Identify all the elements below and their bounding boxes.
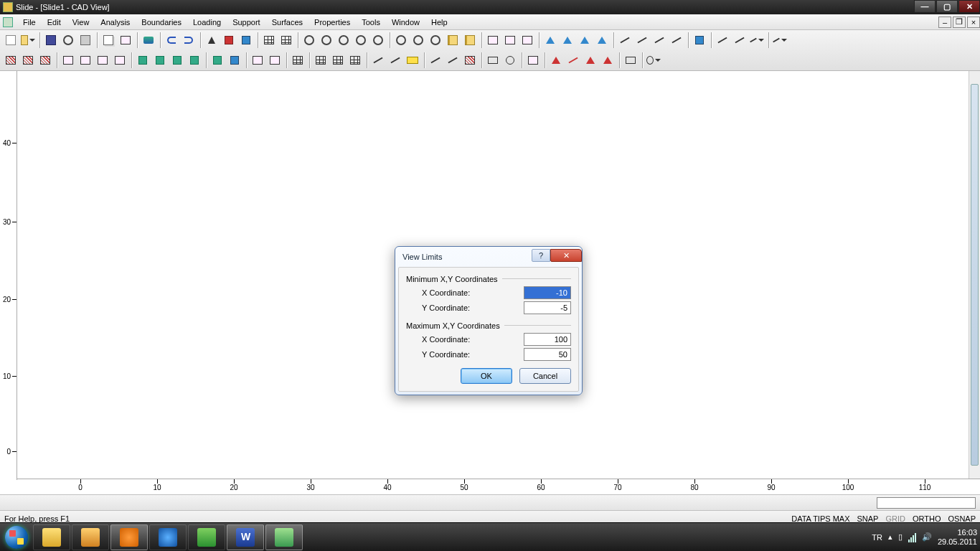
tb-zoom-fit-button[interactable] bbox=[336, 32, 352, 48]
tb2-bound-a-button[interactable] bbox=[3, 52, 19, 68]
status-snap[interactable]: SNAP bbox=[857, 514, 878, 523]
tb-layer-a-button[interactable] bbox=[485, 32, 501, 48]
tb2-runflag-button[interactable] bbox=[209, 52, 225, 68]
tb2-clear-button[interactable] bbox=[646, 52, 661, 68]
tb2-bound-c-button[interactable] bbox=[37, 52, 53, 68]
status-grid[interactable]: GRID bbox=[885, 514, 905, 523]
tb-dim-b-button[interactable] bbox=[634, 32, 650, 48]
tb2-line-a-button[interactable] bbox=[370, 52, 386, 68]
menu-tools[interactable]: Tools bbox=[356, 17, 386, 28]
menu-window[interactable]: Window bbox=[386, 17, 425, 28]
tb2-ang-a-button[interactable] bbox=[548, 52, 564, 68]
task-messenger-button[interactable] bbox=[188, 524, 225, 550]
dialog-help-button[interactable]: ? bbox=[532, 249, 550, 262]
tb-grid-b-button[interactable] bbox=[278, 32, 294, 48]
task-slide-button[interactable] bbox=[265, 524, 303, 550]
tb2-sup-b-button[interactable] bbox=[152, 52, 168, 68]
tb2-sup-d-button[interactable] bbox=[187, 52, 202, 68]
tb-search-button[interactable] bbox=[60, 32, 76, 48]
tb2-sup-a-button[interactable] bbox=[135, 52, 151, 68]
tb2-props-button[interactable] bbox=[290, 52, 306, 68]
tb-pan2-button[interactable] bbox=[462, 32, 478, 48]
tray-network-icon[interactable] bbox=[908, 532, 916, 542]
max-x-input[interactable] bbox=[524, 333, 571, 346]
tb-select-button[interactable] bbox=[204, 32, 220, 48]
tb2-mat-c-button[interactable] bbox=[95, 52, 110, 68]
tb-open-button[interactable] bbox=[20, 32, 36, 48]
task-explorer-button[interactable] bbox=[33, 524, 70, 550]
tb-pick-button[interactable] bbox=[221, 32, 237, 48]
menu-loading[interactable]: Loading bbox=[187, 17, 227, 28]
tb2-ruler-button[interactable] bbox=[405, 52, 420, 68]
tb2-region-button[interactable] bbox=[525, 52, 541, 68]
tb-zoom-y-button[interactable] bbox=[410, 32, 426, 48]
tb-tri-d-button[interactable] bbox=[594, 32, 610, 48]
tray-language[interactable]: TR bbox=[872, 533, 882, 542]
menu-analysis[interactable]: Analysis bbox=[95, 17, 136, 28]
menu-surfaces[interactable]: Surfaces bbox=[266, 17, 308, 28]
tb2-mat-b-button[interactable] bbox=[77, 52, 93, 68]
tb2-draw-b-button[interactable] bbox=[445, 52, 461, 68]
tb-compute-button[interactable] bbox=[238, 32, 254, 48]
tray-clock[interactable]: 16:03 29.05.2011 bbox=[938, 528, 977, 547]
status-ortho[interactable]: ORTHO bbox=[913, 514, 941, 523]
menu-view[interactable]: View bbox=[67, 17, 95, 28]
tb-tri-a-button[interactable] bbox=[542, 32, 558, 48]
min-y-input[interactable] bbox=[524, 301, 571, 314]
tb-grid-a-button[interactable] bbox=[261, 32, 277, 48]
tray-volume-icon[interactable]: 🔊 bbox=[922, 532, 932, 542]
tb2-draw-a-button[interactable] bbox=[428, 52, 443, 68]
tb-meas-a-button[interactable] bbox=[715, 32, 730, 48]
tb-chart-button[interactable] bbox=[692, 32, 707, 48]
task-mediaplayer-button[interactable] bbox=[110, 524, 148, 550]
mdi-restore-button[interactable]: ❐ bbox=[953, 17, 966, 28]
start-button[interactable] bbox=[0, 524, 33, 551]
tb-zoom-in-button[interactable] bbox=[301, 32, 317, 48]
tb-tri-b-button[interactable] bbox=[560, 32, 575, 48]
menu-support[interactable]: Support bbox=[227, 17, 266, 28]
tb2-bound-b-button[interactable] bbox=[20, 52, 36, 68]
task-word-button[interactable] bbox=[227, 524, 264, 550]
tb-pan-button[interactable] bbox=[445, 32, 461, 48]
tb2-tbl-a-button[interactable] bbox=[313, 52, 329, 68]
coordinate-input[interactable] bbox=[877, 497, 976, 509]
menu-boundaries[interactable]: Boundaries bbox=[136, 17, 187, 28]
tb2-axes-button[interactable] bbox=[623, 52, 639, 68]
dialog-close-button[interactable]: ✕ bbox=[550, 249, 582, 262]
task-paint-button[interactable] bbox=[72, 524, 109, 550]
window-maximize-button[interactable]: ▢ bbox=[936, 0, 958, 13]
tb-tri-c-button[interactable] bbox=[577, 32, 593, 48]
tb-dim-a-button[interactable] bbox=[617, 32, 633, 48]
mdi-close-button[interactable]: × bbox=[967, 17, 980, 28]
task-ie-button[interactable] bbox=[149, 524, 187, 550]
tb2-circle-button[interactable] bbox=[502, 52, 518, 68]
tb-dim-d-button[interactable] bbox=[669, 32, 684, 48]
menu-edit[interactable]: Edit bbox=[42, 17, 67, 28]
tb-dim-c-button[interactable] bbox=[651, 32, 667, 48]
tb-zoom-prev-button[interactable] bbox=[370, 32, 386, 48]
tray-battery-icon[interactable]: ▯ bbox=[898, 532, 903, 542]
dialog-cancel-button[interactable]: Cancel bbox=[519, 368, 571, 384]
window-minimize-button[interactable]: — bbox=[914, 0, 936, 13]
tb2-check-button[interactable] bbox=[227, 52, 242, 68]
tb-layer-c-button[interactable] bbox=[519, 32, 535, 48]
tb2-prop-b-button[interactable] bbox=[267, 52, 283, 68]
tb-meas-c-button[interactable] bbox=[749, 32, 765, 48]
window-close-button[interactable]: ✕ bbox=[958, 0, 980, 13]
tb-zoom-z-button[interactable] bbox=[428, 32, 443, 48]
tb2-prop-a-button[interactable] bbox=[250, 52, 265, 68]
tb-copy-button[interactable] bbox=[100, 32, 116, 48]
tb-meas-b-button[interactable] bbox=[732, 32, 748, 48]
vertical-scrollbar[interactable] bbox=[969, 71, 980, 479]
tb-ext-button[interactable] bbox=[772, 32, 788, 48]
tb-zoom-out-button[interactable] bbox=[319, 32, 334, 48]
tb2-mat-a-button[interactable] bbox=[60, 52, 76, 68]
tb2-line-b-button[interactable] bbox=[387, 52, 403, 68]
tb2-ang-b-button[interactable] bbox=[565, 52, 581, 68]
tb-undo-button[interactable] bbox=[164, 32, 179, 48]
tb-layer-b-button[interactable] bbox=[502, 32, 518, 48]
tb-paste-button[interactable] bbox=[118, 32, 133, 48]
status-datatips[interactable]: DATA TIPS MAX bbox=[791, 514, 849, 523]
dialog-ok-button[interactable]: OK bbox=[461, 368, 512, 384]
min-x-input[interactable] bbox=[524, 286, 571, 299]
